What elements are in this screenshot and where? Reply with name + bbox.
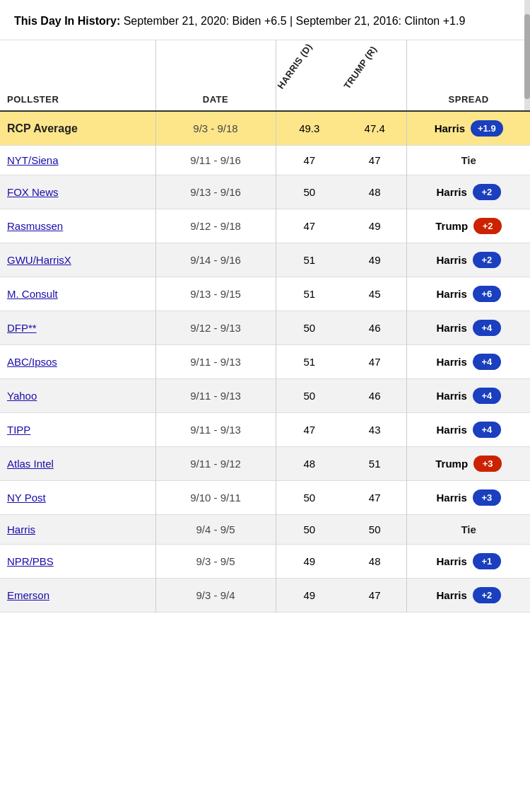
spread-cell: Harris+6 <box>407 277 530 311</box>
poll-row: NPR/PBS9/3 - 9/54948Harris+1 <box>0 545 530 579</box>
history-text: September 21, 2020: Biden +6.5 | Septemb… <box>120 15 465 27</box>
trump-cell: 46 <box>343 379 407 413</box>
rcp-spread: Harris +1.9 <box>407 111 530 146</box>
spread-cell: Harris+4 <box>407 345 530 379</box>
trump-cell: 48 <box>343 175 407 209</box>
date-cell: 9/12 - 9/13 <box>155 311 276 345</box>
spread-label: Harris <box>436 589 466 601</box>
pollster-cell[interactable]: Emerson <box>0 579 155 613</box>
polls-table-container: POLLSTER DATE HARRIS (D) TRUMP (R) SPREA… <box>0 40 530 613</box>
spread-cell: Harris+1 <box>407 545 530 579</box>
rcp-date: 9/3 - 9/18 <box>155 111 276 146</box>
spread-badge: +4 <box>473 354 501 370</box>
trump-rotated-label: TRUMP (R) <box>342 45 378 91</box>
rcp-spread-badge: +1.9 <box>471 120 503 137</box>
tie-label: Tie <box>461 154 476 166</box>
pollster-cell[interactable]: Rasmussen <box>0 209 155 243</box>
spread-badge: +2 <box>473 184 501 200</box>
pollster-cell[interactable]: Harris <box>0 515 155 545</box>
harris-cell: 48 <box>276 447 343 481</box>
trump-cell: 43 <box>343 413 407 447</box>
date-cell: 9/11 - 9/13 <box>155 379 276 413</box>
pollster-cell[interactable]: ABC/Ipsos <box>0 345 155 379</box>
spread-badge: +4 <box>473 422 501 438</box>
trump-cell: 45 <box>343 277 407 311</box>
date-cell: 9/3 - 9/5 <box>155 545 276 579</box>
pollster-cell[interactable]: Atlas Intel <box>0 447 155 481</box>
trump-cell: 49 <box>343 209 407 243</box>
trump-cell: 47 <box>343 481 407 515</box>
spread-badge: +2 <box>473 252 501 268</box>
spread-badge: +3 <box>473 456 502 472</box>
poll-row: Yahoo9/11 - 9/135046Harris+4 <box>0 379 530 413</box>
col-header-harris: HARRIS (D) <box>276 40 343 111</box>
harris-cell: 50 <box>276 379 343 413</box>
pollster-cell[interactable]: M. Consult <box>0 277 155 311</box>
harris-cell: 51 <box>276 277 343 311</box>
poll-row: Harris9/4 - 9/55050Tie <box>0 515 530 545</box>
harris-cell: 51 <box>276 243 343 277</box>
harris-cell: 50 <box>276 175 343 209</box>
poll-row: NYT/Siena9/11 - 9/164747Tie <box>0 146 530 175</box>
spread-label: Harris <box>436 492 466 504</box>
col-header-date: DATE <box>155 40 276 111</box>
pollster-cell[interactable]: Yahoo <box>0 379 155 413</box>
history-header: This Day In History: September 21, 2020:… <box>0 0 530 40</box>
harris-rotated-label: HARRIS (D) <box>276 42 313 91</box>
harris-cell: 50 <box>276 481 343 515</box>
col-header-trump: TRUMP (R) <box>343 40 407 111</box>
trump-cell: 47 <box>343 345 407 379</box>
date-cell: 9/11 - 9/13 <box>155 345 276 379</box>
poll-row: TIPP9/11 - 9/134743Harris+4 <box>0 413 530 447</box>
rcp-spread-label: Harris <box>435 122 465 134</box>
spread-label: Trump <box>435 458 468 470</box>
pollster-cell[interactable]: NY Post <box>0 481 155 515</box>
spread-badge: +2 <box>473 587 501 603</box>
trump-cell: 48 <box>343 545 407 579</box>
spread-cell: Trump+2 <box>407 209 530 243</box>
pollster-cell[interactable]: GWU/HarrisX <box>0 243 155 277</box>
col-header-pollster: POLLSTER <box>0 40 155 111</box>
harris-cell: 50 <box>276 515 343 545</box>
pollster-cell[interactable]: NPR/PBS <box>0 545 155 579</box>
rcp-pollster: RCP Average <box>0 111 155 146</box>
spread-label: Harris <box>436 288 466 300</box>
poll-row: FOX News9/13 - 9/165048Harris+2 <box>0 175 530 209</box>
spread-cell: Tie <box>407 146 530 175</box>
harris-cell: 47 <box>276 209 343 243</box>
harris-cell: 51 <box>276 345 343 379</box>
spread-badge: +1 <box>473 553 501 569</box>
spread-cell: Harris+2 <box>407 579 530 613</box>
date-cell: 9/13 - 9/15 <box>155 277 276 311</box>
spread-label: Harris <box>436 390 466 402</box>
date-cell: 9/13 - 9/16 <box>155 175 276 209</box>
rcp-average-row: RCP Average 9/3 - 9/18 49.3 47.4 Harris … <box>0 111 530 146</box>
spread-cell: Harris+4 <box>407 311 530 345</box>
col-header-spread: SPREAD <box>407 40 530 111</box>
harris-cell: 50 <box>276 311 343 345</box>
polls-table: POLLSTER DATE HARRIS (D) TRUMP (R) SPREA… <box>0 40 530 613</box>
date-cell: 9/11 - 9/13 <box>155 413 276 447</box>
pollster-cell[interactable]: FOX News <box>0 175 155 209</box>
spread-badge: +4 <box>473 320 501 336</box>
spread-cell: Trump+3 <box>407 447 530 481</box>
date-cell: 9/11 - 9/16 <box>155 146 276 175</box>
spread-cell: Harris+3 <box>407 481 530 515</box>
harris-cell: 47 <box>276 413 343 447</box>
pollster-cell[interactable]: DFP** <box>0 311 155 345</box>
harris-cell: 49 <box>276 545 343 579</box>
date-cell: 9/10 - 9/11 <box>155 481 276 515</box>
rcp-trump: 47.4 <box>343 111 407 146</box>
poll-row: Emerson9/3 - 9/44947Harris+2 <box>0 579 530 613</box>
spread-label: Harris <box>436 555 466 567</box>
spread-label: Harris <box>436 356 466 368</box>
trump-cell: 50 <box>343 515 407 545</box>
spread-cell: Harris+4 <box>407 413 530 447</box>
poll-row: M. Consult9/13 - 9/155145Harris+6 <box>0 277 530 311</box>
pollster-cell[interactable]: NYT/Siena <box>0 146 155 175</box>
spread-label: Trump <box>435 220 468 232</box>
spread-cell: Harris+4 <box>407 379 530 413</box>
pollster-cell[interactable]: TIPP <box>0 413 155 447</box>
date-cell: 9/12 - 9/18 <box>155 209 276 243</box>
spread-badge: +2 <box>473 218 502 234</box>
